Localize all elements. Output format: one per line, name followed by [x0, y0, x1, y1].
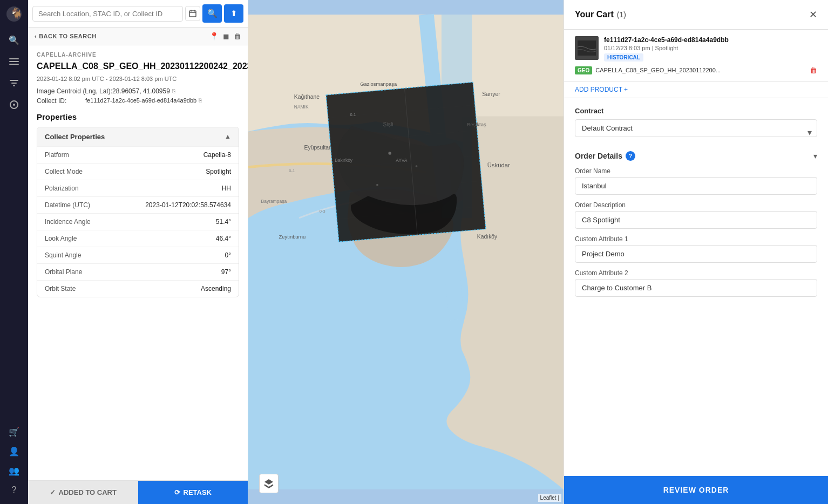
properties-title: Properties: [37, 112, 239, 121]
contract-select[interactable]: Default Contract: [575, 119, 817, 137]
sidebar-item-help[interactable]: ?: [4, 480, 24, 500]
svg-rect-4: [9, 64, 19, 65]
svg-point-6: [13, 104, 15, 106]
property-row: Incidence Angle51.4°: [37, 213, 239, 230]
back-to-search-link[interactable]: ‹ BACK TO SEARCH: [35, 33, 97, 39]
property-row: Orbit StateAscending: [37, 280, 239, 297]
property-value: 2023-01-12T20:02:58.574634: [145, 201, 231, 209]
cart-item-top: fe111d27-1a2c-4ce5-a69d-ed814a4a9dbb 01/…: [575, 36, 817, 62]
geo-badge: GEO: [575, 66, 592, 74]
cart-count: (1): [617, 10, 626, 19]
search-button[interactable]: 🔍: [202, 4, 222, 23]
copy-centroid-icon[interactable]: ⎘: [172, 88, 175, 94]
field-label: Custom Attribute 1: [575, 235, 817, 243]
collect-properties-header[interactable]: Collect Properties ▲: [37, 127, 239, 146]
product-name: CAPELLA_C08_SP_GEO_HH_20230112200...: [595, 67, 806, 73]
close-icon[interactable]: ✕: [809, 9, 817, 21]
svg-text:Zeytinburnu: Zeytinburnu: [279, 234, 306, 240]
property-key: Orbit State: [45, 285, 76, 292]
property-row: Collect ModeSpotlight: [37, 163, 239, 180]
svg-text:Kadıköy: Kadıköy: [477, 234, 498, 240]
image-datetime: 2023-01-12 8:02 pm UTC - 2023-01-12 8:03…: [37, 76, 239, 82]
svg-text:NAMIK: NAMIK: [294, 104, 309, 110]
property-key: Polarization: [45, 185, 79, 192]
svg-rect-3: [9, 61, 19, 62]
centroid-value: 28.96057, 41.00959 ⎘: [112, 87, 175, 95]
location-icon[interactable]: 📍: [209, 32, 219, 40]
field-input[interactable]: [575, 245, 817, 263]
svg-text:Bayrampaşa: Bayrampaşa: [261, 199, 287, 204]
svg-text:Sarıyer: Sarıyer: [482, 91, 500, 97]
field-input[interactable]: [575, 177, 817, 195]
svg-text:Üsküdar: Üsküdar: [487, 162, 510, 168]
sidebar-item-team[interactable]: 👥: [4, 461, 24, 480]
sidebar-item-filter[interactable]: [4, 73, 24, 93]
upload-button[interactable]: ⬆: [224, 4, 243, 23]
square-icon[interactable]: ◼: [223, 32, 229, 40]
property-value: 51.4°: [216, 218, 231, 226]
chevron-up-icon: ▲: [225, 133, 231, 140]
add-product-row: ADD PRODUCT +: [564, 81, 828, 98]
calendar-button[interactable]: [185, 6, 200, 21]
property-row: Datetime (UTC)2023-01-12T20:02:58.574634: [37, 196, 239, 213]
cart-header: Your Cart (1) ✕: [564, 0, 828, 30]
contract-label: Contract: [575, 107, 817, 115]
search-input[interactable]: [32, 6, 183, 22]
layers-map-button[interactable]: [259, 474, 279, 493]
added-to-cart-button[interactable]: ✓ ADDED TO CART: [28, 481, 138, 504]
review-order-button[interactable]: REVIEW ORDER: [564, 476, 828, 504]
property-value: 0°: [225, 251, 231, 259]
property-value: HH: [222, 185, 231, 192]
detail-content: CAPELLA-ARCHIVE CAPELLA_C08_SP_GEO_HH_20…: [28, 45, 248, 480]
property-key: Incidence Angle: [45, 218, 91, 226]
trash-icon[interactable]: 🗑: [234, 32, 241, 40]
svg-text:0-1: 0-1: [289, 168, 295, 173]
property-row: Squint Angle0°: [37, 247, 239, 263]
svg-text:Gaziosmanpaşa: Gaziosmanpaşa: [360, 81, 397, 87]
cart-item-info: fe111d27-1a2c-4ce5-a69d-ed814a4a9dbb 01/…: [604, 36, 817, 62]
search-bar: 🔍 ⬆: [28, 0, 248, 28]
svg-text:0-3: 0-3: [320, 209, 325, 214]
svg-rect-7: [189, 11, 196, 17]
svg-text:Şişli: Şişli: [383, 121, 393, 127]
cart-item-datetime: 01/12/23 8:03 pm | Spotlight: [604, 45, 817, 51]
help-icon[interactable]: ?: [626, 151, 635, 161]
image-title: CAPELLA_C08_SP_GEO_HH_20230112200242_202…: [37, 61, 248, 72]
sidebar-item-cart[interactable]: 🛒: [4, 422, 24, 441]
cart-product-row: GEO CAPELLA_C08_SP_GEO_HH_20230112200...…: [575, 66, 817, 74]
properties-section: Properties Collect Properties ▲ Platform…: [37, 112, 239, 297]
property-key: Collect Mode: [45, 168, 83, 175]
svg-text:AYVA: AYVA: [396, 158, 408, 163]
order-field-group: Custom Attribute 1: [575, 235, 817, 263]
svg-text:Kağıthane: Kağıthane: [294, 94, 320, 100]
order-section: Contract Default Contract ▾ Order Detail…: [564, 98, 828, 476]
cart-item-id: fe111d27-1a2c-4ce5-a69d-ed814a4a9dbb: [604, 36, 817, 44]
sidebar-item-search[interactable]: 🔍: [4, 30, 24, 50]
delete-product-icon[interactable]: 🗑: [810, 66, 817, 74]
order-field-group: Custom Attribute 2: [575, 269, 817, 297]
field-input[interactable]: [575, 211, 817, 229]
property-value: Ascending: [201, 285, 231, 292]
property-value: 46.4°: [216, 235, 231, 242]
back-bar: ‹ BACK TO SEARCH 📍 ◼ 🗑: [28, 28, 248, 45]
sidebar-item-profile[interactable]: 👤: [4, 441, 24, 461]
copy-id-icon[interactable]: ⎘: [199, 97, 202, 103]
add-product-button[interactable]: ADD PRODUCT +: [575, 86, 628, 93]
sidebar-item-circle[interactable]: [4, 95, 24, 114]
sidebar-item-layers[interactable]: [4, 52, 24, 71]
order-details-chevron-icon[interactable]: ▾: [813, 152, 817, 160]
collect-id-value: fe111d27-1a2c-4ce5-a69d-ed814a4a9dbb ⎘: [85, 97, 202, 104]
svg-text:🐐: 🐐: [10, 7, 23, 20]
order-fields: Order Name Order Description Custom Attr…: [575, 167, 817, 297]
svg-text:Beşiktaş: Beşiktaş: [467, 121, 486, 127]
check-icon: ✓: [50, 488, 56, 496]
retask-button[interactable]: ⟳ RETASK: [138, 481, 248, 504]
collect-id-label: Collect ID:: [37, 97, 85, 105]
svg-text:Eyüpsultan: Eyüpsultan: [304, 145, 332, 151]
cart-item: fe111d27-1a2c-4ce5-a69d-ed814a4a9dbb 01/…: [564, 30, 828, 81]
order-field-group: Order Description: [575, 201, 817, 229]
field-input[interactable]: [575, 279, 817, 297]
map-container[interactable]: Kağıthane Gaziosmanpaşa Sarıyer Beşiktaş…: [248, 0, 564, 504]
property-row: Orbital Plane97°: [37, 263, 239, 280]
svg-text:Bakırköy: Bakırköy: [335, 158, 353, 163]
